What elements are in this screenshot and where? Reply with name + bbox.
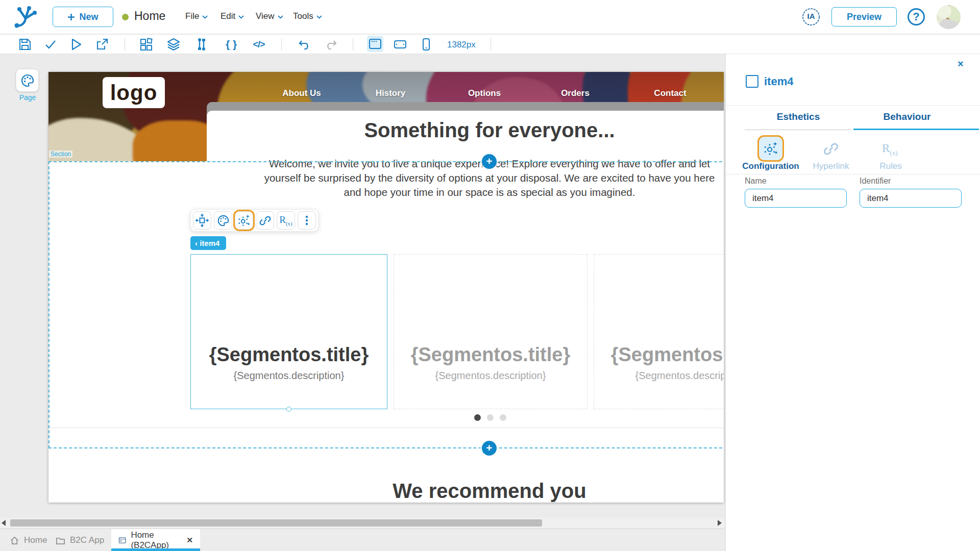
hero-heading: Something for everyone... — [364, 119, 615, 142]
rules-rx-icon: R(x) — [279, 214, 292, 227]
add-widget-handle-top[interactable]: + — [482, 154, 497, 169]
toolbar-separator — [491, 38, 491, 51]
menu-tools[interactable]: Tools — [293, 11, 322, 21]
undo-icon[interactable] — [298, 38, 311, 51]
section-label: Section — [49, 151, 72, 158]
card-description: {Segmentos.description} — [594, 370, 724, 382]
chevron-down-icon — [202, 15, 208, 19]
phone-view-icon[interactable] — [420, 38, 433, 51]
desktop-view-active-bg[interactable] — [367, 36, 383, 52]
identifier-field-label: Identifier — [860, 177, 891, 186]
ia-badge-label: IA — [800, 12, 822, 20]
chevron-down-icon — [238, 15, 244, 19]
subtab-rules-label[interactable]: Rules — [879, 161, 901, 171]
home-icon — [10, 536, 19, 545]
horizontal-scrollbar[interactable] — [0, 518, 724, 528]
carousel-card-selected[interactable]: {Segmentos.title} {Segmentos.description… — [190, 254, 387, 409]
name-field-label: Name — [745, 177, 767, 186]
tablet-view-icon[interactable] — [394, 38, 407, 51]
page-styles-button[interactable] — [16, 69, 39, 92]
viewport-width-indicator: 1382px — [447, 40, 476, 50]
rules-rx-icon[interactable]: R(x) — [882, 142, 898, 157]
carousel-dot[interactable] — [500, 414, 506, 421]
widget-rules-button[interactable]: R(x) — [277, 211, 295, 230]
menu-edit[interactable]: Edit — [220, 11, 244, 21]
tab-home-b2capp-active[interactable]: Home (B2CApp) ✕ — [111, 529, 200, 551]
selected-widget-tag[interactable]: ‹ item4 — [190, 236, 226, 250]
name-field[interactable] — [745, 189, 847, 208]
move-widget-button[interactable] — [193, 211, 211, 230]
add-widget-handle-bottom[interactable]: + — [482, 441, 497, 456]
top-bar: New Home File Edit View Tools IA Preview… — [0, 0, 980, 34]
document-title: Home — [134, 9, 165, 23]
carousel-dot-active[interactable] — [474, 414, 481, 421]
desktop-view-icon — [369, 37, 382, 51]
widget-hyperlink-button[interactable] — [256, 211, 274, 230]
close-tab-icon[interactable]: ✕ — [186, 536, 193, 545]
layers-icon[interactable] — [167, 38, 180, 51]
subtab-hyperlink-label[interactable]: Hyperlink — [813, 161, 849, 171]
new-button[interactable]: New — [53, 7, 113, 27]
gear-sparkle-icon — [763, 141, 778, 156]
breadcrumb-back-chevron: ‹ item4 — [195, 239, 219, 247]
widget-styles-button[interactable] — [214, 211, 232, 230]
site-logo[interactable]: logo — [103, 77, 165, 108]
gear-sparkle-icon — [237, 214, 251, 227]
folder-icon — [56, 536, 65, 545]
ia-badge[interactable]: IA — [800, 6, 822, 28]
active-tab-underline — [853, 129, 979, 130]
recommend-heading: We recommend you — [393, 480, 586, 503]
nav-history[interactable]: History — [376, 88, 406, 98]
status-dot — [122, 14, 129, 20]
card-title: {Segmentos.title} — [191, 344, 387, 366]
widgets-grid-icon[interactable] — [139, 38, 153, 51]
code-icon[interactable]: </> — [252, 38, 265, 51]
braces-icon[interactable]: { } — [225, 38, 238, 51]
user-avatar[interactable] — [937, 5, 961, 29]
link-icon — [259, 214, 272, 227]
carousel-card[interactable]: {Segmentos.title} {Segmentos.description… — [394, 254, 587, 409]
scrollbar-thumb[interactable] — [10, 519, 542, 527]
menu-file[interactable]: File — [185, 11, 208, 21]
save-icon[interactable] — [18, 38, 32, 51]
help-icon[interactable]: ? — [908, 8, 925, 26]
chevron-down-icon — [316, 15, 322, 19]
card-description: {Segmentos.description} — [394, 370, 587, 382]
move-icon — [195, 214, 209, 227]
flows-icon[interactable] — [195, 38, 208, 51]
widget-more-button[interactable] — [298, 211, 316, 230]
carousel-dot[interactable] — [487, 414, 494, 421]
identifier-field[interactable] — [860, 189, 962, 208]
scroll-left-arrow[interactable] — [2, 520, 6, 526]
subtab-configuration-label[interactable]: Configuration — [742, 161, 799, 171]
close-icon[interactable]: × — [958, 58, 964, 70]
design-canvas[interactable]: logo About Us History Options Orders Con… — [48, 72, 724, 503]
link-icon[interactable] — [823, 141, 839, 157]
carousel-card[interactable]: {Segmentos.title} {Segmentos.description… — [594, 254, 724, 409]
scroll-right-arrow[interactable] — [718, 520, 722, 526]
tab-esthetics[interactable]: Esthetics — [777, 111, 820, 122]
tab-home[interactable]: Home — [3, 529, 54, 551]
preview-button[interactable]: Preview — [831, 7, 897, 27]
palette-icon — [217, 214, 230, 227]
resize-handle[interactable] — [286, 407, 291, 412]
run-icon[interactable] — [69, 38, 83, 51]
nav-about-us[interactable]: About Us — [282, 88, 321, 98]
tab-behaviour[interactable]: Behaviour — [884, 111, 931, 122]
toolbar-separator — [125, 38, 125, 51]
nav-contact[interactable]: Contact — [654, 88, 686, 98]
active-tab-indicator — [111, 548, 200, 551]
widget-checkbox[interactable] — [746, 75, 758, 88]
nav-orders[interactable]: Orders — [561, 88, 590, 98]
publish-icon[interactable] — [95, 38, 109, 51]
menu-view[interactable]: View — [256, 11, 283, 21]
widget-floating-toolbar: R(x) — [190, 209, 318, 232]
subtab-configuration[interactable] — [759, 137, 782, 160]
widget-configuration-button[interactable] — [235, 211, 253, 230]
redo-icon[interactable] — [324, 38, 337, 51]
nav-options[interactable]: Options — [468, 88, 501, 98]
toolbar-separator — [353, 38, 353, 51]
app-logo-icon[interactable] — [13, 5, 38, 29]
check-icon[interactable] — [44, 38, 57, 51]
page-button-label: Page — [4, 93, 51, 102]
